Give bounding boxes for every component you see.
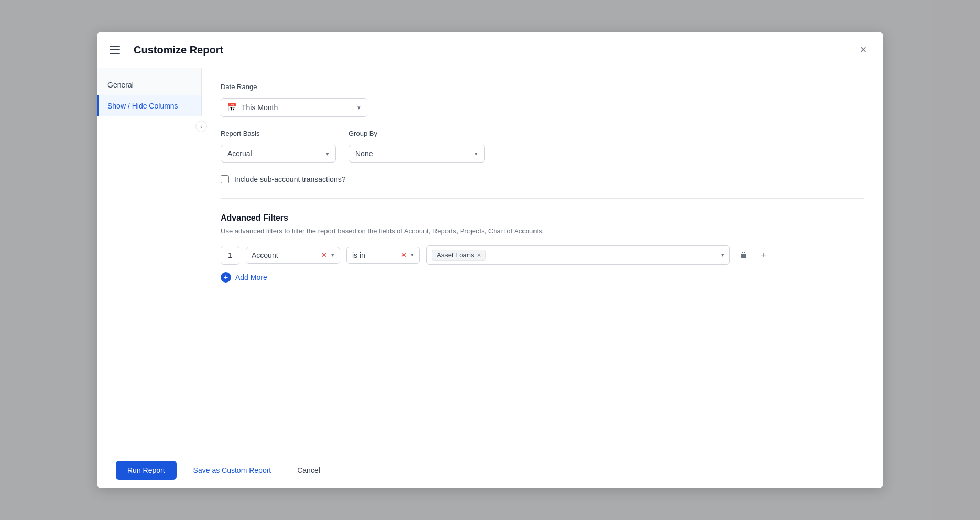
date-range-label: Date Range <box>221 83 864 91</box>
sidebar-item-general[interactable]: General <box>97 74 201 95</box>
report-basis-value: Accrual <box>227 149 322 158</box>
add-icon: + <box>761 251 766 260</box>
sidebar-general-label: General <box>107 81 134 89</box>
sidebar: General Show / Hide Columns <box>97 68 202 116</box>
add-more-label: Add More <box>235 273 267 281</box>
section-divider <box>221 198 864 199</box>
filter-operator-clear-icon[interactable]: ✕ <box>401 251 407 259</box>
filter-value-tag: Asset Loans × <box>432 250 486 261</box>
filter-field-value: Account <box>252 251 317 259</box>
report-basis-select[interactable]: Accrual ▾ <box>221 145 336 162</box>
sub-account-checkbox[interactable] <box>221 175 229 183</box>
filter-row: 1 Account ✕ ▾ is in ✕ ▾ <box>221 245 864 265</box>
filter-value-chevron-icon: ▾ <box>721 252 724 258</box>
sidebar-item-show-hide-columns[interactable]: Show / Hide Columns <box>97 95 201 116</box>
chevron-left-icon: ‹ <box>200 123 202 129</box>
group-by-group: Group By None ▾ <box>349 129 485 162</box>
advanced-filters-section: Advanced Filters Use advanced filters to… <box>221 213 864 283</box>
customize-report-modal: Customize Report × General Show / Hide C… <box>97 32 883 488</box>
modal-header: Customize Report × <box>97 32 883 68</box>
filter-add-button[interactable]: + <box>756 248 771 263</box>
modal-overlay: Customize Report × General Show / Hide C… <box>0 0 980 520</box>
filter-delete-button[interactable]: 🗑 <box>736 248 751 263</box>
sidebar-show-hide-label: Show / Hide Columns <box>107 102 178 110</box>
date-range-select[interactable]: 📅 This Month ▾ <box>221 98 367 117</box>
group-by-label: Group By <box>349 129 485 137</box>
save-custom-report-button[interactable]: Save as Custom Report <box>184 461 281 480</box>
sub-account-row: Include sub-account transactions? <box>221 175 864 183</box>
group-by-select[interactable]: None ▾ <box>349 145 485 162</box>
delete-icon: 🗑 <box>739 251 748 260</box>
group-by-value: None <box>355 149 471 158</box>
filter-field-clear-icon[interactable]: ✕ <box>321 251 327 259</box>
date-range-chevron-icon: ▾ <box>357 104 361 111</box>
filter-index: 1 <box>221 246 239 265</box>
date-range-value: This Month <box>242 103 353 112</box>
filter-value-tag-remove-icon[interactable]: × <box>477 252 481 259</box>
report-basis-label: Report Basis <box>221 129 336 137</box>
sidebar-wrapper: General Show / Hide Columns ‹ <box>97 68 202 452</box>
report-basis-group-by-row: Report Basis Accrual ▾ Group By None ▾ <box>221 129 864 162</box>
filter-value-select[interactable]: Asset Loans × ▾ <box>426 245 730 265</box>
add-more-plus-icon: + <box>221 272 231 283</box>
filter-actions: 🗑 + <box>736 248 771 263</box>
advanced-filters-desc: Use advanced filters to filter the repor… <box>221 227 864 235</box>
sidebar-collapse-button[interactable]: ‹ <box>195 121 207 132</box>
close-button[interactable]: × <box>856 42 870 57</box>
modal-footer: Run Report Save as Custom Report Cancel <box>97 452 883 488</box>
sub-account-label: Include sub-account transactions? <box>234 175 345 183</box>
report-basis-group: Report Basis Accrual ▾ <box>221 129 336 162</box>
filter-operator-select[interactable]: is in ✕ ▾ <box>346 247 420 264</box>
add-more-button[interactable]: + Add More <box>221 272 864 283</box>
menu-icon[interactable] <box>110 41 126 58</box>
content-area: Date Range 📅 This Month ▾ Report Basis A… <box>202 68 883 452</box>
cancel-button[interactable]: Cancel <box>288 461 330 480</box>
date-range-group: Date Range 📅 This Month ▾ <box>221 83 864 117</box>
modal-body: General Show / Hide Columns ‹ Date Range… <box>97 68 883 452</box>
group-by-chevron-icon: ▾ <box>475 150 478 157</box>
filter-field-select[interactable]: Account ✕ ▾ <box>246 247 340 264</box>
advanced-filters-title: Advanced Filters <box>221 213 864 223</box>
calendar-icon: 📅 <box>227 103 237 112</box>
report-basis-chevron-icon: ▾ <box>326 150 329 157</box>
filter-field-chevron-icon: ▾ <box>331 252 334 258</box>
filter-operator-chevron-icon: ▾ <box>411 252 414 258</box>
filter-value-tag-text: Asset Loans <box>437 251 474 259</box>
modal-title: Customize Report <box>134 44 856 56</box>
filter-operator-value: is in <box>352 251 397 259</box>
run-report-button[interactable]: Run Report <box>116 461 177 480</box>
